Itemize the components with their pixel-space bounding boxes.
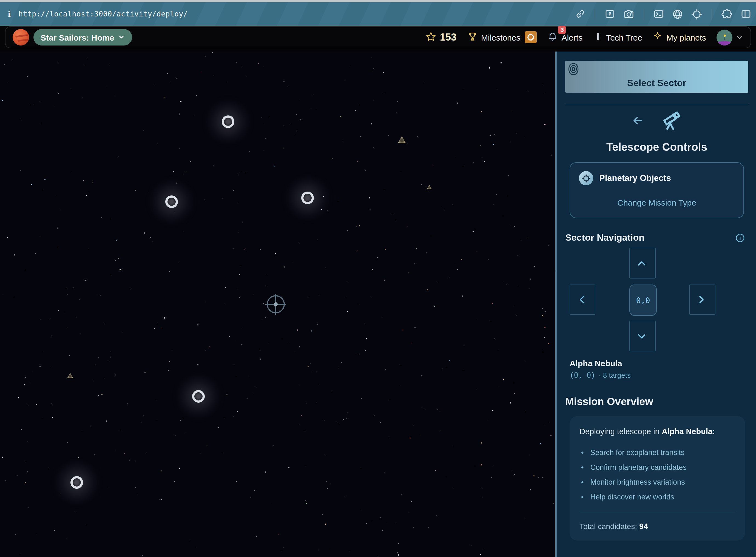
background-star [253, 393, 253, 394]
background-star [206, 445, 207, 446]
background-star [398, 552, 398, 553]
background-star [373, 68, 374, 68]
app-title-menu[interactable]: Star Sailors: Home [33, 29, 132, 46]
tech-tree-button[interactable]: Tech Tree [593, 31, 642, 43]
target-ring-object[interactable] [165, 196, 178, 208]
milestone-seal-badge[interactable] [525, 31, 537, 43]
background-star [371, 123, 372, 125]
avatar[interactable] [717, 29, 732, 45]
background-star [369, 197, 370, 199]
planet-logo[interactable] [12, 29, 29, 46]
background-star [130, 289, 130, 290]
background-star [371, 296, 371, 296]
planetary-objects-icon [579, 171, 593, 185]
background-star [190, 161, 191, 162]
background-star [82, 97, 83, 98]
background-star [258, 63, 259, 64]
extensions-puzzle-icon[interactable] [721, 8, 733, 20]
background-star [98, 357, 99, 358]
link-icon[interactable] [575, 8, 586, 20]
background-star [174, 171, 174, 172]
background-star [341, 362, 341, 363]
background-star [472, 231, 473, 232]
background-star [481, 464, 482, 466]
camera-icon[interactable] [623, 8, 635, 20]
background-star [256, 536, 257, 537]
background-star [260, 249, 261, 250]
background-star [515, 305, 516, 305]
background-star [26, 461, 26, 462]
url-text[interactable]: http://localhost:3000/activity/deploy/ [18, 10, 188, 18]
address-bar[interactable]: i http://localhost:3000/activity/deploy/ [8, 2, 188, 26]
background-star [148, 190, 149, 191]
page-info-icon[interactable]: i [8, 9, 11, 19]
background-star [234, 364, 234, 364]
profile-menu[interactable] [717, 29, 744, 45]
background-star [20, 119, 20, 120]
nav-left-button[interactable] [570, 285, 595, 315]
milestones-button[interactable]: Milestones [467, 31, 537, 43]
starfield-map[interactable] [0, 52, 555, 557]
background-star [48, 469, 49, 470]
background-star [186, 171, 186, 172]
background-star [190, 540, 190, 541]
anomaly-triangle-object[interactable] [398, 136, 406, 143]
background-star [265, 317, 266, 318]
my-planets-button[interactable]: My planets [653, 31, 706, 43]
background-star [156, 420, 156, 420]
nav-down-button[interactable] [629, 321, 656, 351]
background-star [58, 310, 59, 311]
background-star [382, 317, 382, 318]
window-top-strip [0, 0, 756, 2]
anomaly-triangle-object[interactable] [427, 185, 432, 189]
background-star [357, 109, 358, 110]
target-ring-object[interactable] [192, 390, 205, 403]
background-star [540, 443, 541, 444]
background-star [396, 219, 396, 220]
background-star [374, 415, 375, 415]
background-star [319, 383, 319, 384]
background-star [357, 250, 357, 251]
background-star [436, 470, 436, 471]
target-ring-object[interactable] [70, 476, 83, 489]
background-star [116, 451, 116, 451]
target-ring-object[interactable] [222, 115, 234, 128]
background-star [17, 475, 17, 476]
background-star [452, 204, 453, 204]
background-star [20, 554, 20, 555]
deploy-description: Deploying telescope in Alpha Nebula: [579, 427, 735, 436]
background-star [225, 287, 226, 288]
background-star [275, 254, 275, 254]
background-star [157, 324, 157, 324]
background-star [255, 387, 255, 387]
split-view-icon[interactable] [740, 8, 752, 20]
back-arrow-button[interactable] [631, 114, 644, 127]
background-star [245, 250, 246, 250]
info-icon[interactable] [735, 232, 746, 243]
target-icon[interactable] [691, 8, 703, 20]
background-star [346, 496, 347, 496]
background-star [206, 350, 206, 351]
change-mission-type-link[interactable]: Change Mission Type [614, 197, 700, 208]
nav-up-button[interactable] [629, 248, 656, 278]
background-star [413, 425, 414, 426]
background-star [184, 232, 184, 232]
target-ring-object[interactable] [301, 192, 314, 204]
background-star [245, 172, 246, 173]
background-star [35, 253, 36, 254]
alerts-button[interactable]: 3 Alerts [547, 31, 582, 43]
background-star [25, 482, 26, 483]
terminal-icon[interactable] [653, 8, 664, 20]
select-sector-banner[interactable]: Select Sector [565, 61, 748, 93]
background-star [213, 75, 213, 75]
background-star [358, 355, 359, 355]
background-star [64, 312, 65, 313]
background-star [102, 394, 103, 395]
screenshot-image-icon[interactable] [604, 8, 616, 20]
nav-right-button[interactable] [689, 285, 716, 315]
background-star [542, 83, 543, 84]
globe-icon[interactable] [672, 8, 684, 20]
anomaly-triangle-object[interactable] [67, 373, 73, 378]
background-star [542, 477, 543, 478]
background-star [266, 287, 266, 287]
